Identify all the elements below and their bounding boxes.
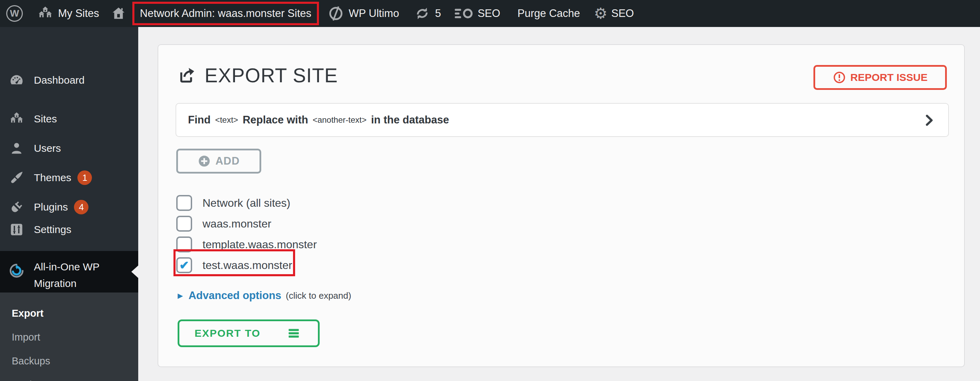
update-count: 5 xyxy=(435,7,441,20)
export-to-button[interactable]: EXPORT TO xyxy=(178,319,320,347)
wp-ultimo-label: WP Ultimo xyxy=(348,7,399,20)
checkbox-checked[interactable]: ✔ xyxy=(176,257,192,273)
sidebar-item-themes[interactable]: Themes 1 xyxy=(0,165,138,190)
submenu-item-import[interactable]: Import xyxy=(0,325,138,349)
triangle-right-icon: ▶ xyxy=(178,292,183,300)
updates-menu[interactable]: 5 xyxy=(414,6,441,21)
my-sites-houses-icon xyxy=(37,6,53,21)
site-checkbox-row-waas-monster[interactable]: waas.monster xyxy=(176,213,271,234)
wordpress-logo-icon: W xyxy=(6,5,23,22)
sites-houses-icon xyxy=(8,111,25,126)
wp-ultimo-icon xyxy=(328,6,344,21)
advanced-options-label: Advanced options xyxy=(188,289,281,302)
sidebar-item-settings[interactable]: Settings xyxy=(0,217,138,242)
hamburger-menu-icon xyxy=(285,326,303,341)
checkbox-unchecked[interactable] xyxy=(176,236,192,252)
add-button-label: ADD xyxy=(215,155,239,167)
sidebar-item-label: Plugins xyxy=(34,201,68,213)
checkbox-label: template.waas.monster xyxy=(202,238,317,251)
wordpress-admin-screen: W My Sites Network Admin: waas.monster S… xyxy=(0,0,980,381)
submenu-item-export[interactable]: Export xyxy=(0,301,138,325)
alert-circle-icon xyxy=(833,71,846,84)
checkbox-label: test.waas.monster xyxy=(202,259,292,272)
wp-ultimo-menu[interactable]: WP Ultimo xyxy=(328,6,399,21)
export-to-label: EXPORT TO xyxy=(194,327,261,339)
report-issue-label: REPORT ISSUE xyxy=(850,72,928,83)
checkbox-label: waas.monster xyxy=(202,217,271,230)
themes-brush-icon xyxy=(8,170,25,185)
sidebar-item-plugins[interactable]: Plugins 4 xyxy=(0,194,138,220)
sidebar-item-label: Themes xyxy=(34,172,71,183)
wordpress-menu[interactable]: W xyxy=(0,5,23,22)
active-item-arrow xyxy=(131,266,138,278)
sidebar-item-label: Dashboard xyxy=(34,74,85,86)
sidebar-item-label: All-in-One WP Migration xyxy=(34,258,130,292)
replace-label: Replace with xyxy=(243,114,308,126)
settings-sliders-icon xyxy=(8,222,25,237)
plus-circle-icon xyxy=(198,155,211,168)
admin-menu: Dashboard Sites Users Themes 1 Plu xyxy=(0,27,138,381)
database-label: in the database xyxy=(371,114,449,126)
plugins-update-badge: 4 xyxy=(74,200,89,214)
share-export-icon xyxy=(177,66,197,85)
submenu-item-backups[interactable]: Backups xyxy=(0,349,138,373)
seopress-menu[interactable]: ⚙ SEO xyxy=(594,6,634,21)
page-title-row: EXPORT SITE xyxy=(177,64,338,87)
users-person-icon xyxy=(8,141,25,156)
checkbox-unchecked[interactable] xyxy=(176,216,192,232)
plugins-plug-icon xyxy=(8,199,25,215)
add-button[interactable]: ADD xyxy=(176,149,261,174)
my-sites-menu[interactable]: My Sites xyxy=(37,6,99,21)
advanced-options-toggle[interactable]: ▶ Advanced options (click to expand) xyxy=(178,287,351,304)
network-admin-label: Network Admin: waas.monster Sites xyxy=(140,7,311,20)
export-site-card: EXPORT SITE REPORT ISSUE Find <text> Rep… xyxy=(158,44,965,367)
sidebar-item-sites[interactable]: Sites xyxy=(0,107,138,131)
report-issue-button[interactable]: REPORT ISSUE xyxy=(813,65,947,90)
seo-framework-icon xyxy=(454,6,474,21)
main-content: EXPORT SITE REPORT ISSUE Find <text> Rep… xyxy=(138,27,980,381)
themes-update-badge: 1 xyxy=(77,171,92,185)
purge-cache-label: Purge Cache xyxy=(518,7,580,20)
seo-framework-label: SEO xyxy=(477,7,500,20)
replace-token: <another-text> xyxy=(313,115,367,125)
checkbox-unchecked[interactable] xyxy=(176,195,192,211)
page-title: EXPORT SITE xyxy=(205,64,338,87)
find-replace-expander[interactable]: Find <text> Replace with <another-text> … xyxy=(175,103,949,137)
site-checkbox-row-network[interactable]: Network (all sites) xyxy=(176,193,290,213)
seopress-gear-icon: ⚙ xyxy=(594,6,608,21)
sidebar-item-dashboard[interactable]: Dashboard xyxy=(0,68,138,92)
find-token: <text> xyxy=(215,115,238,125)
sidebar-item-all-in-one-wp-migration[interactable]: All-in-One WP Migration xyxy=(0,251,138,292)
check-mark-icon: ✔ xyxy=(179,259,189,271)
home-icon xyxy=(111,6,126,21)
purge-cache-menu[interactable]: Purge Cache xyxy=(518,7,580,20)
site-checkbox-row-test-waas-monster[interactable]: ✔ test.waas.monster xyxy=(176,255,292,276)
site-checkbox-row-template-waas-monster[interactable]: template.waas.monster xyxy=(176,234,317,255)
sidebar-item-users[interactable]: Users xyxy=(0,136,138,161)
network-admin-highlight-box: Network Admin: waas.monster Sites xyxy=(132,2,319,25)
admin-bar: W My Sites Network Admin: waas.monster S… xyxy=(0,0,980,27)
checkbox-label: Network (all sites) xyxy=(202,197,290,209)
my-sites-label: My Sites xyxy=(58,7,99,20)
sidebar-item-label: Settings xyxy=(34,224,71,236)
find-label: Find xyxy=(188,114,210,126)
seopress-label: SEO xyxy=(611,7,634,20)
network-admin-menu[interactable]: Network Admin: waas.monster Sites xyxy=(111,2,319,25)
chevron-right-icon xyxy=(921,112,937,128)
advanced-options-hint: (click to expand) xyxy=(286,290,351,301)
aiowpm-submenu: Export Import Backups Settings xyxy=(0,292,138,381)
sidebar-item-label: Sites xyxy=(34,113,57,125)
seo-framework-menu[interactable]: SEO xyxy=(454,6,500,21)
update-refresh-icon xyxy=(414,6,430,21)
sidebar-item-label: Users xyxy=(34,142,61,154)
dashboard-gauge-icon xyxy=(8,73,25,88)
submenu-item-settings[interactable]: Settings xyxy=(0,373,138,381)
aiowpm-refresh-circle-icon xyxy=(8,263,25,292)
